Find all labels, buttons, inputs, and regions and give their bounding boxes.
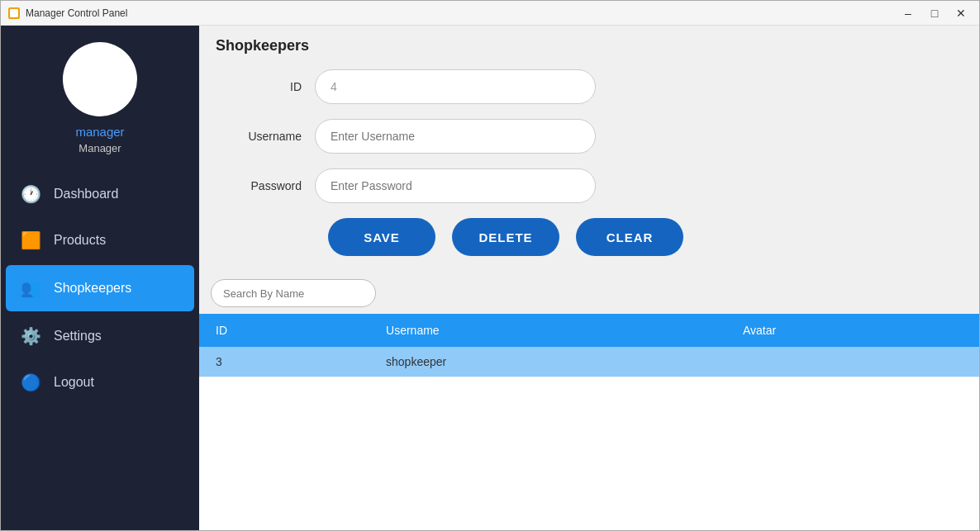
id-input[interactable] [315,69,596,104]
shopkeepers-table: ID Username Avatar 3shopkeeper [199,314,979,377]
sidebar-role: Manager [78,142,121,154]
sidebar-label-shopkeepers: Shopkeepers [54,281,131,296]
password-input[interactable] [315,168,596,203]
search-bar-row [199,273,979,314]
password-label: Password [232,179,315,192]
page-title: Shopkeepers [199,26,979,61]
sidebar-label-settings: Settings [54,329,102,344]
username-input[interactable] [315,119,596,154]
table-row[interactable]: 3shopkeeper [199,347,979,377]
close-button[interactable]: ✕ [949,4,973,22]
window-title: Manager Control Panel [26,7,127,19]
logout-icon: 🔵 [19,371,42,394]
search-input[interactable] [211,279,376,307]
avatar [63,42,137,116]
id-label: ID [232,80,315,93]
title-bar-controls: – □ ✕ [897,4,973,22]
shopkeepers-icon: 👥 [19,277,42,300]
password-row: Password [232,168,946,203]
app-icon [7,7,21,20]
minimize-button[interactable]: – [897,4,920,22]
sidebar: manager Manager 🕐 Dashboard 🟧 Products 👥… [1,26,199,530]
maximize-button[interactable]: □ [923,4,946,22]
table-header-row: ID Username Avatar [199,314,979,347]
app-body: manager Manager 🕐 Dashboard 🟧 Products 👥… [1,26,979,530]
table-area: ID Username Avatar 3shopkeeper [199,273,979,530]
sidebar-username: manager [75,125,124,139]
cell-username: shopkeeper [369,347,726,377]
sidebar-nav: 🕐 Dashboard 🟧 Products 👥 Shopkeepers ⚙️ … [1,171,199,405]
username-row: Username [232,119,946,154]
form-area: ID Username Password SAVE DELETE CLEAR [199,61,979,273]
settings-icon: ⚙️ [19,325,42,348]
id-row: ID [232,69,946,104]
window: Manager Control Panel – □ ✕ manager Mana… [0,0,980,531]
clear-button[interactable]: CLEAR [576,218,683,256]
buttons-row: SAVE DELETE CLEAR [232,218,946,256]
save-button[interactable]: SAVE [328,218,435,256]
username-label: Username [232,130,315,143]
table-body: 3shopkeeper [199,347,979,377]
products-icon: 🟧 [19,229,42,252]
col-id: ID [199,314,369,347]
cell-id: 3 [199,347,369,377]
col-username: Username [369,314,726,347]
sidebar-item-products[interactable]: 🟧 Products [1,217,199,263]
cell-avatar [726,347,979,377]
svg-rect-1 [10,9,18,17]
sidebar-label-dashboard: Dashboard [54,187,118,201]
sidebar-label-products: Products [54,233,106,248]
delete-button[interactable]: DELETE [452,218,559,256]
sidebar-item-settings[interactable]: ⚙️ Settings [1,313,199,359]
table-header: ID Username Avatar [199,314,979,347]
sidebar-item-shopkeepers[interactable]: 👥 Shopkeepers [6,265,194,311]
table-container: ID Username Avatar 3shopkeeper [199,314,979,530]
dashboard-icon: 🕐 [19,183,42,206]
sidebar-item-dashboard[interactable]: 🕐 Dashboard [1,171,199,217]
sidebar-item-logout[interactable]: 🔵 Logout [1,359,199,405]
main-content: Shopkeepers ID Username Password SAVE D [199,26,979,530]
title-bar-left: Manager Control Panel [7,7,127,20]
col-avatar: Avatar [726,314,979,347]
title-bar: Manager Control Panel – □ ✕ [1,1,979,26]
sidebar-label-logout: Logout [54,375,94,390]
